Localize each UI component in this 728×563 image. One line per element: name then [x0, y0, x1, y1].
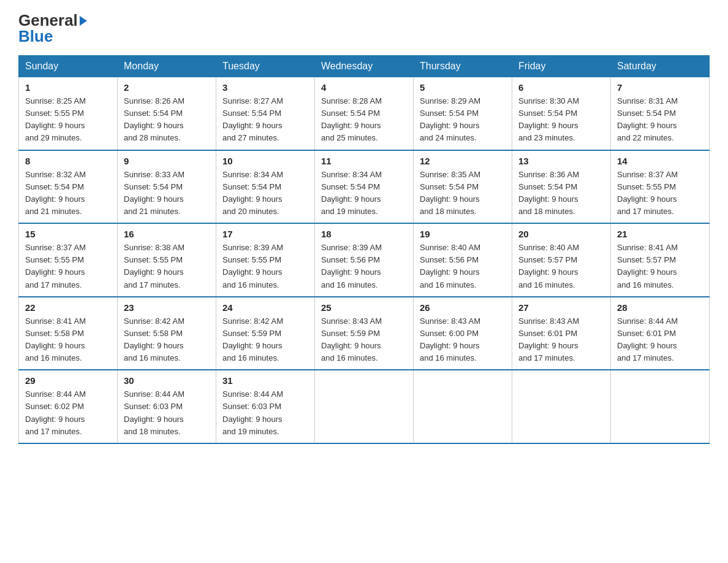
header-monday: Monday [118, 56, 216, 77]
calendar-week-1: 1Sunrise: 8:25 AMSunset: 5:55 PMDaylight… [19, 77, 710, 150]
day-number: 23 [124, 302, 210, 313]
calendar-cell: 16Sunrise: 8:38 AMSunset: 5:55 PMDayligh… [118, 223, 216, 297]
header-row: Sunday Monday Tuesday Wednesday Thursday… [19, 56, 710, 77]
day-info: Sunrise: 8:43 AMSunset: 5:59 PMDaylight:… [321, 315, 407, 365]
calendar-cell: 30Sunrise: 8:44 AMSunset: 6:03 PMDayligh… [118, 370, 216, 443]
day-info: Sunrise: 8:42 AMSunset: 5:59 PMDaylight:… [222, 315, 308, 365]
day-info: Sunrise: 8:34 AMSunset: 5:54 PMDaylight:… [222, 169, 308, 218]
day-number: 12 [420, 156, 506, 166]
calendar-cell: 20Sunrise: 8:40 AMSunset: 5:57 PMDayligh… [512, 223, 611, 297]
calendar-cell: 29Sunrise: 8:44 AMSunset: 6:02 PMDayligh… [19, 370, 118, 443]
day-info: Sunrise: 8:27 AMSunset: 5:54 PMDaylight:… [222, 95, 308, 145]
day-number: 25 [321, 302, 407, 313]
day-info: Sunrise: 8:31 AMSunset: 5:54 PMDaylight:… [617, 95, 703, 145]
calendar-cell: 10Sunrise: 8:34 AMSunset: 5:54 PMDayligh… [216, 150, 315, 224]
day-number: 17 [222, 229, 308, 239]
calendar-cell: 26Sunrise: 8:43 AMSunset: 6:00 PMDayligh… [414, 297, 512, 370]
day-number: 26 [420, 302, 506, 313]
day-info: Sunrise: 8:37 AMSunset: 5:55 PMDaylight:… [617, 169, 703, 218]
calendar-table: Sunday Monday Tuesday Wednesday Thursday… [18, 55, 710, 444]
day-number: 20 [518, 229, 604, 239]
calendar-cell: 11Sunrise: 8:34 AMSunset: 5:54 PMDayligh… [315, 150, 414, 224]
day-info: Sunrise: 8:39 AMSunset: 5:55 PMDaylight:… [222, 242, 308, 291]
day-number: 13 [518, 156, 604, 166]
logo-blue-text: Blue [18, 28, 53, 44]
calendar-cell [611, 370, 710, 443]
calendar-cell [512, 370, 611, 443]
calendar-cell: 23Sunrise: 8:42 AMSunset: 5:58 PMDayligh… [118, 297, 216, 370]
day-number: 2 [124, 82, 210, 93]
day-number: 24 [222, 302, 308, 313]
day-number: 18 [321, 229, 407, 239]
day-number: 29 [25, 375, 111, 386]
calendar-cell: 1Sunrise: 8:25 AMSunset: 5:55 PMDaylight… [19, 77, 118, 150]
calendar-cell: 18Sunrise: 8:39 AMSunset: 5:56 PMDayligh… [315, 223, 414, 297]
day-number: 4 [321, 82, 407, 93]
day-number: 7 [617, 82, 703, 93]
calendar-cell: 14Sunrise: 8:37 AMSunset: 5:55 PMDayligh… [611, 150, 710, 224]
calendar-cell: 27Sunrise: 8:43 AMSunset: 6:01 PMDayligh… [512, 297, 611, 370]
calendar-cell [414, 370, 512, 443]
logo-general-text: General [18, 12, 78, 28]
calendar-header: Sunday Monday Tuesday Wednesday Thursday… [19, 56, 710, 77]
day-number: 10 [222, 156, 308, 166]
header-saturday: Saturday [611, 56, 710, 77]
day-info: Sunrise: 8:36 AMSunset: 5:54 PMDaylight:… [518, 169, 604, 218]
calendar-cell [315, 370, 414, 443]
header: General Blue [18, 12, 710, 44]
day-number: 14 [617, 156, 703, 166]
calendar-cell: 2Sunrise: 8:26 AMSunset: 5:54 PMDaylight… [118, 77, 216, 150]
calendar-cell: 22Sunrise: 8:41 AMSunset: 5:58 PMDayligh… [19, 297, 118, 370]
day-info: Sunrise: 8:43 AMSunset: 6:01 PMDaylight:… [518, 315, 604, 365]
day-info: Sunrise: 8:41 AMSunset: 5:58 PMDaylight:… [25, 315, 111, 365]
calendar-cell: 4Sunrise: 8:28 AMSunset: 5:54 PMDaylight… [315, 77, 414, 150]
day-info: Sunrise: 8:30 AMSunset: 5:54 PMDaylight:… [518, 95, 604, 145]
calendar-cell: 3Sunrise: 8:27 AMSunset: 5:54 PMDaylight… [216, 77, 315, 150]
day-number: 11 [321, 156, 407, 166]
calendar-cell: 8Sunrise: 8:32 AMSunset: 5:54 PMDaylight… [19, 150, 118, 224]
header-wednesday: Wednesday [315, 56, 414, 77]
day-info: Sunrise: 8:44 AMSunset: 6:01 PMDaylight:… [617, 315, 703, 365]
day-number: 1 [25, 82, 111, 93]
calendar-week-5: 29Sunrise: 8:44 AMSunset: 6:02 PMDayligh… [19, 370, 710, 443]
day-info: Sunrise: 8:40 AMSunset: 5:56 PMDaylight:… [420, 242, 506, 291]
calendar-cell: 6Sunrise: 8:30 AMSunset: 5:54 PMDaylight… [512, 77, 611, 150]
day-info: Sunrise: 8:39 AMSunset: 5:56 PMDaylight:… [321, 242, 407, 291]
calendar-cell: 12Sunrise: 8:35 AMSunset: 5:54 PMDayligh… [414, 150, 512, 224]
day-info: Sunrise: 8:34 AMSunset: 5:54 PMDaylight:… [321, 169, 407, 218]
day-info: Sunrise: 8:38 AMSunset: 5:55 PMDaylight:… [124, 242, 210, 291]
calendar-cell: 25Sunrise: 8:43 AMSunset: 5:59 PMDayligh… [315, 297, 414, 370]
calendar-cell: 24Sunrise: 8:42 AMSunset: 5:59 PMDayligh… [216, 297, 315, 370]
calendar-cell: 13Sunrise: 8:36 AMSunset: 5:54 PMDayligh… [512, 150, 611, 224]
header-friday: Friday [512, 56, 611, 77]
day-number: 6 [518, 82, 604, 93]
day-info: Sunrise: 8:42 AMSunset: 5:58 PMDaylight:… [124, 315, 210, 365]
day-number: 27 [518, 302, 604, 313]
calendar-cell: 21Sunrise: 8:41 AMSunset: 5:57 PMDayligh… [611, 223, 710, 297]
logo-triangle-icon [80, 16, 87, 26]
header-tuesday: Tuesday [216, 56, 315, 77]
day-number: 30 [124, 375, 210, 386]
day-info: Sunrise: 8:40 AMSunset: 5:57 PMDaylight:… [518, 242, 604, 291]
day-info: Sunrise: 8:25 AMSunset: 5:55 PMDaylight:… [25, 95, 111, 145]
day-info: Sunrise: 8:44 AMSunset: 6:03 PMDaylight:… [222, 388, 308, 438]
logo: General Blue [18, 12, 87, 44]
day-info: Sunrise: 8:37 AMSunset: 5:55 PMDaylight:… [25, 242, 111, 291]
calendar-cell: 15Sunrise: 8:37 AMSunset: 5:55 PMDayligh… [19, 223, 118, 297]
day-info: Sunrise: 8:43 AMSunset: 6:00 PMDaylight:… [420, 315, 506, 365]
day-number: 22 [25, 302, 111, 313]
day-info: Sunrise: 8:44 AMSunset: 6:02 PMDaylight:… [25, 388, 111, 438]
day-info: Sunrise: 8:28 AMSunset: 5:54 PMDaylight:… [321, 95, 407, 145]
day-number: 5 [420, 82, 506, 93]
calendar-body: 1Sunrise: 8:25 AMSunset: 5:55 PMDaylight… [19, 77, 710, 443]
calendar-cell: 9Sunrise: 8:33 AMSunset: 5:54 PMDaylight… [118, 150, 216, 224]
calendar-cell: 31Sunrise: 8:44 AMSunset: 6:03 PMDayligh… [216, 370, 315, 443]
calendar-week-3: 15Sunrise: 8:37 AMSunset: 5:55 PMDayligh… [19, 223, 710, 297]
day-number: 3 [222, 82, 308, 93]
day-info: Sunrise: 8:33 AMSunset: 5:54 PMDaylight:… [124, 169, 210, 218]
day-info: Sunrise: 8:32 AMSunset: 5:54 PMDaylight:… [25, 169, 111, 218]
calendar-week-4: 22Sunrise: 8:41 AMSunset: 5:58 PMDayligh… [19, 297, 710, 370]
day-number: 31 [222, 375, 308, 386]
calendar-week-2: 8Sunrise: 8:32 AMSunset: 5:54 PMDaylight… [19, 150, 710, 224]
day-number: 21 [617, 229, 703, 239]
